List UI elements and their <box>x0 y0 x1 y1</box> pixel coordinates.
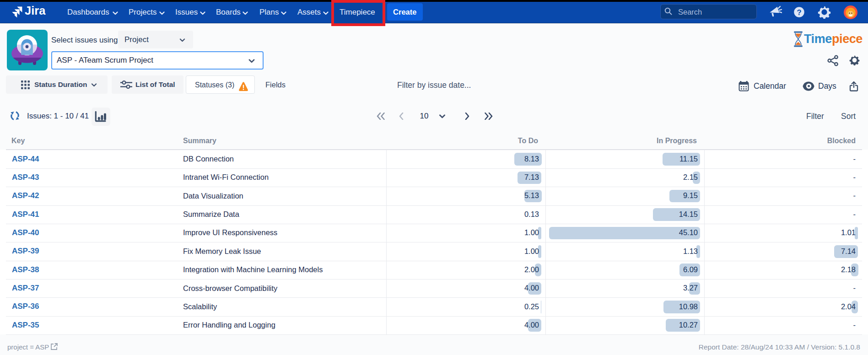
svg-text:?: ? <box>797 8 801 16</box>
